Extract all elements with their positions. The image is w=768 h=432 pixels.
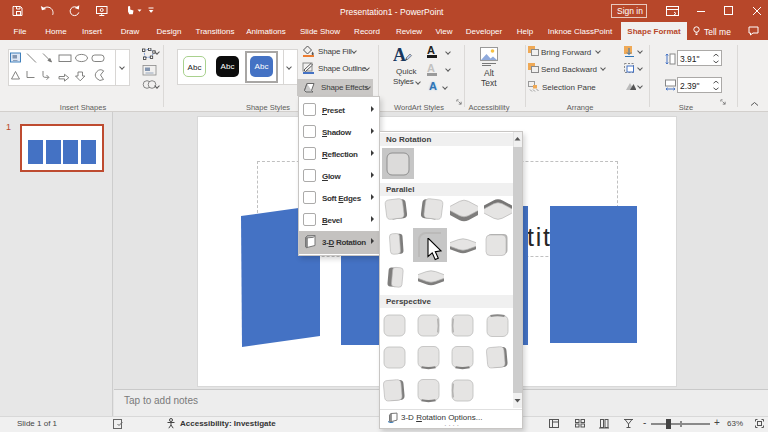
svg-text:A: A	[393, 45, 406, 64]
